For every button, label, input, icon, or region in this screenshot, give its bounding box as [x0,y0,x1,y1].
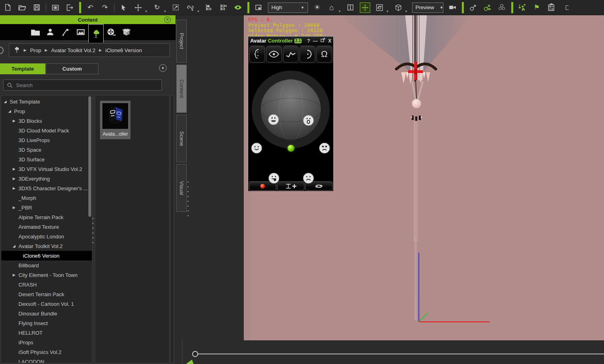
tree-expand-arrow[interactable]: ◢ [8,109,12,113]
ac-minimize-button[interactable]: — [313,38,318,44]
emote-angry-icon[interactable] [319,142,330,154]
emote-surprised-icon[interactable] [303,115,314,126]
tree-item[interactable]: Alpine Terrain Pack [1,212,92,222]
side-panel-tab[interactable]: Project [176,20,187,63]
breadcrumb-item-folder[interactable]: iClone6 Version [105,47,142,53]
ambient-light-icon[interactable]: ☀ [312,2,322,13]
ac-mouth-button[interactable]: Ω [316,46,332,63]
select-tool-icon[interactable] [118,2,129,13]
content-panel-header[interactable]: Content ✕ [0,15,175,24]
visibility-eye-icon[interactable] [233,2,243,13]
layout-window-icon[interactable] [253,2,264,13]
tab-template[interactable]: Template [0,63,45,74]
ac-eye-button[interactable] [266,46,282,63]
align-icon[interactable] [204,2,214,13]
panel-edge-nav-button[interactable] [0,47,4,54]
collapse-panel-icon[interactable]: ▼ [159,64,167,72]
tree-expand-arrow[interactable]: ◢ [3,100,7,104]
side-panel-tab[interactable]: Visual [176,164,187,212]
breadcrumb-item-prop[interactable]: Prop [30,47,41,53]
reach-target-icon[interactable] [517,2,528,13]
category-actor-icon[interactable] [43,24,58,40]
tree-item[interactable]: Billboard [1,260,92,270]
home-view-caret[interactable]: ▼ [338,10,341,15]
undo-icon[interactable]: ↶ [85,2,96,13]
flag-marker-icon[interactable]: ⚑ [532,2,542,13]
tree-item[interactable]: ▶ 3D VFX Virtual Studio Vol.2 [1,164,92,174]
emote-laugh-icon[interactable] [268,114,279,125]
ac-popout-icon[interactable] [320,38,325,44]
home-view-icon[interactable]: ⌂ [326,2,337,13]
tree-expand-arrow[interactable]: ▶ [12,205,16,209]
side-panel-tab[interactable]: Content [176,65,187,113]
tree-item[interactable]: CRASH [1,280,92,289]
tree-item[interactable]: iSoft Physics Vol.2 [1,347,92,357]
emote-tongue-icon[interactable] [268,173,280,184]
tree-expand-arrow[interactable]: ▶ [12,167,16,171]
content-panel-close-icon[interactable]: ✕ [164,16,171,23]
viewport-3d[interactable]: FPS : 0. Project Polygon : 24660 Selecte… [244,15,604,340]
tree-item[interactable]: Apocalyptic London [1,232,92,241]
tree-expand-arrow[interactable]: ▶ [12,177,16,181]
pane-resize-handle[interactable] [92,218,94,243]
ac-brow-button[interactable] [283,46,299,63]
category-media-icon[interactable] [104,24,119,40]
tab-custom[interactable]: Custom [46,63,98,74]
tree-item[interactable]: LACODON [1,357,92,363]
ac-strength-button[interactable] [277,181,304,191]
tree-item[interactable]: _Morph [1,193,92,203]
emote-smile-icon[interactable] [251,142,262,154]
tree-item[interactable]: ▶ 3DX5 Character Designer's ... [1,183,92,193]
link-caret[interactable]: ▼ [197,10,200,15]
tree-item[interactable]: ◢ Prop [1,106,92,116]
quality-dropdown[interactable]: High▼ [268,2,308,13]
category-props-icon[interactable] [88,24,104,43]
scene-manager-icon[interactable] [546,2,557,13]
category-project-folder-icon[interactable] [27,24,43,40]
rotate-tool-icon[interactable]: ↻ [152,2,162,13]
playhead-triangle[interactable] [186,360,194,364]
tree-item[interactable]: Desert Terrain Pack [1,289,92,299]
align-move-icon[interactable] [218,2,229,13]
side-panel-tab[interactable]: Scene [176,115,187,162]
tree-item[interactable]: iClone6 Version [1,251,92,260]
tree-expand-arrow[interactable]: ▶ [12,119,16,123]
ac-help-button[interactable]: ? [307,38,310,44]
motion-path-icon[interactable] [468,2,478,13]
tree-item[interactable]: 3D Cloud Model Pack [1,126,92,135]
pan-mode-icon[interactable] [360,2,370,13]
export-icon[interactable] [65,2,75,13]
tree-item[interactable]: iProps [1,338,92,347]
orbit-camera-caret[interactable]: ▼ [386,10,389,15]
tree-item[interactable]: Dinosaur Bundle [1,309,92,318]
ac-trackball-handle[interactable] [288,145,294,152]
thumbnail-avatar-controller[interactable]: Avata...oller [100,101,131,139]
camera-view-dropdown[interactable]: Preview▼ [412,2,443,13]
move-tool-icon[interactable] [133,2,143,13]
strip-resize-handle[interactable] [188,181,189,216]
link-icon[interactable] [185,2,196,13]
tree-item[interactable]: 3D Space [1,145,92,155]
cube-view-caret[interactable]: ▼ [405,10,408,15]
video-camera-icon[interactable] [447,2,458,13]
tree-item[interactable]: ▶ 3D Blocks [1,116,92,126]
breadcrumb-item-pack[interactable]: Avatar Toolkit Vol.2 [51,47,95,53]
tree-expand-arrow[interactable]: ▶ [12,186,16,190]
thumbnail-scrollbar-track[interactable] [170,95,174,363]
tree-item[interactable]: Animated Texture [1,222,92,232]
orbit-camera-icon[interactable] [374,2,385,13]
tree-item[interactable]: HELLROT [1,328,92,338]
emote-sad-icon[interactable] [303,173,314,184]
category-scene-icon[interactable] [73,24,88,40]
tree-expand-arrow[interactable]: ◢ [12,244,16,248]
tree-item[interactable]: 3D LiveProps [1,135,92,145]
tree-item[interactable]: Dexsoft - Cartoon Vol. 1 [1,299,92,309]
tree-scrollbar-thumb[interactable] [88,96,91,217]
timeline-handle[interactable] [193,352,198,357]
vertical-fit-icon[interactable] [345,2,356,13]
tree-item[interactable]: ▶ City Element - Toon Town [1,270,92,280]
render-preview-icon[interactable] [50,2,61,13]
tree-item[interactable]: ◢ Set Template [1,97,92,106]
category-animation-icon[interactable] [58,24,73,40]
tree-item[interactable]: ▶ _PBR [1,203,92,212]
